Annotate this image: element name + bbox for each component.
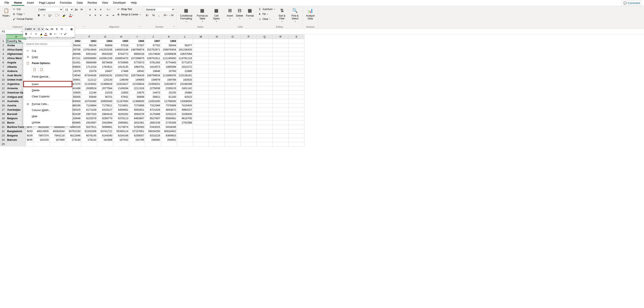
cell[interactable]: 100506960 [82,56,98,60]
cell[interactable]: 3026292 [113,112,129,116]
cell[interactable] [272,47,288,52]
cell[interactable]: 10399936 [161,52,177,56]
row-header-24[interactable]: 24 [0,138,6,142]
cell[interactable] [193,138,209,142]
cell[interactable] [225,78,241,82]
cell[interactable] [193,108,209,112]
cell[interactable]: 2585961 [113,120,129,125]
cell[interactable] [209,129,225,133]
cell[interactable] [288,116,304,120]
row-header-1[interactable]: 1 [0,39,6,43]
cell[interactable]: 16407 [98,69,113,73]
cell[interactable]: 173140 [66,138,82,142]
cell[interactable] [225,129,241,133]
mini-cond-format[interactable]: ▦ [69,27,74,31]
cell[interactable]: 3170496 [145,112,161,116]
cell[interactable] [225,138,241,142]
cell[interactable]: 2211316 [129,86,145,90]
fill-color-button[interactable]: ◢ [61,13,68,18]
cell[interactable]: 22159644 [129,82,145,86]
ctx-cut[interactable]: ✂Cut [23,48,72,54]
cell[interactable] [272,69,288,73]
cell[interactable] [288,39,304,43]
cell[interactable] [288,103,304,108]
cell[interactable]: 12009000 [177,99,193,103]
cell[interactable] [177,142,193,146]
cell[interactable]: 60918452 [161,129,177,133]
cell[interactable]: 159979 [145,78,161,82]
fill-button[interactable]: ⬇Fill [258,12,275,16]
mini-font-size[interactable]: 11 [36,27,44,31]
cell[interactable] [98,142,113,146]
cell[interactable] [177,133,193,138]
cell[interactable] [241,103,257,108]
cell[interactable]: 2907320 [82,112,98,116]
cell[interactable] [288,138,304,142]
cell[interactable]: 7376998 [161,103,177,108]
col-header-I[interactable]: I [129,35,145,39]
cell[interactable] [288,52,304,56]
cell[interactable]: 22029 [98,90,113,95]
cell[interactable]: 9289770 [98,116,113,120]
cell[interactable] [288,69,304,73]
cell[interactable]: 4171428 [82,108,98,112]
cell[interactable] [209,52,225,56]
cell[interactable] [66,142,82,146]
cell[interactable] [272,103,288,108]
ctx-clear-contents[interactable]: Clear Contents [23,93,72,99]
cell[interactable]: 57702 [145,43,161,47]
cell[interactable]: 1914573 [145,65,161,69]
cell[interactable] [193,116,209,120]
cell[interactable] [257,65,272,69]
cell[interactable]: 5027811 [82,125,98,129]
cell[interactable]: 9618756 [177,116,193,120]
cell[interactable]: 50752150 [66,129,82,133]
mini-comma[interactable]: , [64,27,69,31]
cell[interactable] [209,90,225,95]
row-header-5[interactable]: 5 [0,56,6,60]
cell[interactable] [209,60,225,65]
cell[interactable]: 9220578 [82,116,98,120]
cell[interactable] [288,73,304,78]
col-header-K[interactable]: K [161,35,177,39]
cell[interactable] [241,125,257,129]
cell[interactable]: Bulgaria [6,133,26,138]
cell[interactable] [225,133,241,138]
cell[interactable]: 59034250 [145,129,161,133]
cell[interactable] [193,90,209,95]
cell[interactable] [272,56,288,60]
cell[interactable]: 7943118 [50,133,66,138]
cell[interactable] [257,82,272,86]
col-header-F[interactable]: F [82,35,98,39]
format-as-table-button[interactable]: ▦Format as Table [196,7,209,23]
cell[interactable]: 5771973 [177,60,193,65]
delete-cells-button[interactable]: ⊟Delete [235,7,244,20]
cell[interactable] [241,138,257,142]
cell[interactable] [257,103,272,108]
cell[interactable] [257,133,272,138]
cell[interactable]: 2077584 [98,86,113,90]
cell[interactable]: 9580991 [161,116,177,120]
cell[interactable] [272,86,288,90]
cell[interactable] [241,73,257,78]
increase-font-button[interactable]: A▴ [74,7,79,12]
cell[interactable] [241,65,257,69]
cell[interactable] [288,47,304,52]
cell[interactable] [272,43,288,47]
cell[interactable] [272,60,288,65]
cell[interactable] [272,112,288,116]
cell[interactable]: 15379 [82,69,98,73]
format-painter-button[interactable]: 🖌Format Painter [12,17,33,21]
cell[interactable] [257,108,272,112]
cell[interactable] [193,142,209,146]
cell[interactable]: 102832792 [113,73,129,78]
cell[interactable] [225,116,241,120]
analyze-data-button[interactable]: 📊Analyze Data [304,7,316,21]
font-color-button[interactable]: A [68,13,74,18]
cell[interactable] [288,112,304,116]
cell[interactable]: 2542864 [98,120,113,125]
ctx-copy[interactable]: ⧉Copy [23,54,72,60]
clear-button[interactable]: ◇Clear [258,17,275,21]
row-header-9[interactable]: 9 [0,73,6,78]
col-header-H[interactable]: H [113,35,129,39]
